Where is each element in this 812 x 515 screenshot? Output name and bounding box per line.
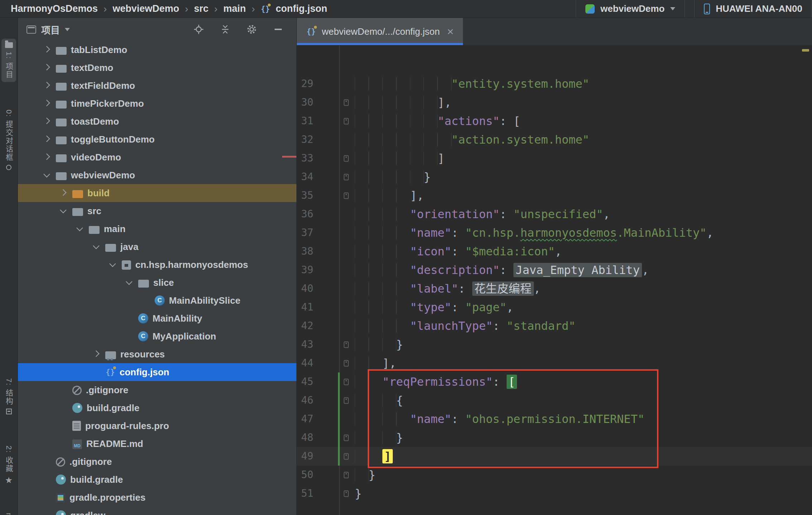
tool-button-structure[interactable]: 7: 结构: [0, 378, 18, 414]
tool-button-commit[interactable]: 0: 提交对话框: [0, 110, 18, 170]
tree-item-tablistdemo[interactable]: tabListDemo: [18, 41, 296, 59]
fold-marker-icon[interactable]: [313, 490, 353, 497]
chevron-collapsed-icon[interactable]: [37, 148, 56, 166]
chevron-collapsed-icon[interactable]: [37, 112, 56, 130]
code-line-42[interactable]: 42 "launchType": "standard": [297, 317, 812, 335]
tree-item-java[interactable]: java: [18, 238, 296, 256]
code-line-45[interactable]: 45 "reqPermissions": [: [297, 372, 812, 391]
chevron-collapsed-icon[interactable]: [37, 77, 56, 95]
tree-item-build-gradle[interactable]: build.gradle: [18, 471, 296, 488]
tool-button-partial[interactable]: nts: [0, 513, 18, 515]
fold-marker-icon[interactable]: [313, 434, 353, 441]
code-line-35[interactable]: 35 ],: [297, 186, 812, 205]
chevron-expanded-icon[interactable]: [103, 256, 122, 274]
code-line-48[interactable]: 48 }: [297, 428, 812, 447]
chevron-down-icon[interactable]: [65, 28, 70, 31]
tree-item-videodemo[interactable]: videoDemo: [18, 148, 296, 166]
code-line-50[interactable]: 50 }: [297, 466, 812, 484]
tree-item-mainabilityslice[interactable]: MainAbilitySlice: [18, 292, 296, 309]
tree-item-mainability[interactable]: MainAbility: [18, 309, 296, 327]
chevron-expanded-icon[interactable]: [54, 202, 72, 220]
fold-marker-icon[interactable]: [313, 360, 353, 367]
code-line-30[interactable]: 30 ],: [297, 93, 812, 112]
tree-item-myapplication[interactable]: MyApplication: [18, 327, 296, 345]
tree-item-gitignore[interactable]: .gitignore: [18, 381, 296, 399]
tree-item-resources[interactable]: resources: [18, 345, 296, 363]
code-line-37[interactable]: 37 "name": "cn.hsp.harmonyosdemos.MainAb…: [297, 223, 812, 242]
device-selector[interactable]: HUAWEI ANA-AN00: [694, 0, 812, 18]
tree-item-build[interactable]: build: [18, 184, 296, 202]
code-line-49[interactable]: 49 ]: [297, 447, 812, 466]
code-line-36[interactable]: 36 "orientation": "unspecified",: [297, 205, 812, 223]
tab-config-json[interactable]: webviewDemo/.../config.json ×: [297, 18, 463, 45]
code-line-38[interactable]: 38 "icon": "$media:icon",: [297, 242, 812, 261]
code-line-39[interactable]: 39 "description": Java_Empty Ability,: [297, 261, 812, 279]
fold-marker-icon[interactable]: [313, 397, 353, 404]
tree-item-src[interactable]: src: [18, 202, 296, 220]
tree-item-build-gradle[interactable]: build.gradle: [18, 399, 296, 417]
code-line-46[interactable]: 46 {: [297, 391, 812, 410]
code-line-33[interactable]: 33 ]: [297, 149, 812, 168]
locate-icon[interactable]: [193, 24, 204, 35]
chevron-collapsed-icon[interactable]: [37, 95, 56, 112]
minimize-icon[interactable]: [273, 24, 284, 35]
tool-button-project[interactable]: 1: 项目: [1, 39, 16, 82]
fold-marker-icon[interactable]: [313, 341, 353, 348]
chevron-collapsed-icon[interactable]: [37, 41, 56, 59]
chevron-expanded-icon[interactable]: [87, 238, 105, 256]
chevron-collapsed-icon[interactable]: [37, 130, 56, 148]
tree-item-readme-md[interactable]: README.md: [18, 435, 296, 453]
fold-marker-icon[interactable]: [313, 174, 353, 181]
chevron-expanded-icon[interactable]: [37, 166, 56, 184]
tree-item-gitignore[interactable]: .gitignore: [18, 453, 296, 471]
tree-item-label: resources: [120, 349, 165, 360]
code-line-34[interactable]: 34 }: [297, 168, 812, 186]
code-line-32[interactable]: 32 "action.system.home": [297, 130, 812, 149]
tree-item-webviewdemo[interactable]: webviewDemo: [18, 166, 296, 184]
tree-item-textfielddemo[interactable]: textFieldDemo: [18, 77, 296, 95]
tree-item-textdemo[interactable]: textDemo: [18, 59, 296, 77]
breadcrumb-item[interactable]: main: [223, 3, 246, 14]
fold-marker-icon[interactable]: [313, 453, 353, 460]
tree-item-togglebuttondemo[interactable]: toggleButtonDemo: [18, 130, 296, 148]
tree-item-slice[interactable]: slice: [18, 274, 296, 292]
breadcrumb-item[interactable]: src: [194, 3, 209, 14]
fold-marker-icon[interactable]: [313, 472, 353, 478]
code-line-47[interactable]: 47 "name": "ohos.permission.INTERNET": [297, 410, 812, 428]
code-line-40[interactable]: 40 "label": 花生皮编程,: [297, 279, 812, 298]
chevron-expanded-icon[interactable]: [70, 220, 89, 238]
code-line-51[interactable]: 51}: [297, 484, 812, 503]
code-line-29[interactable]: 29 "entity.system.home": [297, 74, 812, 93]
fold-marker-icon[interactable]: [313, 379, 353, 385]
chevron-collapsed-icon[interactable]: [87, 345, 105, 363]
code-line-31[interactable]: 31 "actions": [: [297, 112, 812, 130]
tree-item-config-json[interactable]: config.json: [18, 363, 296, 381]
fold-marker-icon[interactable]: [313, 99, 353, 106]
tree-item-toastdemo[interactable]: toastDemo: [18, 112, 296, 130]
tree-item-main[interactable]: main: [18, 220, 296, 238]
gear-icon[interactable]: [246, 24, 257, 35]
collapse-all-icon[interactable]: [220, 24, 231, 35]
code-line-41[interactable]: 41 "type": "page",: [297, 298, 812, 317]
folder-icon: [56, 83, 67, 91]
chevron-collapsed-icon[interactable]: [54, 184, 72, 202]
run-config-selector[interactable]: webviewDemo: [576, 0, 685, 18]
chevron-collapsed-icon[interactable]: [37, 59, 56, 77]
code-line-43[interactable]: 43 }: [297, 335, 812, 354]
code-line-44[interactable]: 44 ],: [297, 354, 812, 372]
tool-button-favorites[interactable]: 2: 收藏★: [0, 446, 18, 485]
close-icon[interactable]: ×: [447, 26, 454, 37]
breadcrumb-item[interactable]: webviewDemo: [112, 3, 179, 14]
fold-marker-icon[interactable]: [313, 192, 353, 199]
editor-body[interactable]: 29 "entity.system.home"30 ],31 "actions"…: [297, 45, 812, 515]
tree-item-cn-hsp-harmonyosdemos[interactable]: cn.hsp.harmonyosdemos: [18, 256, 296, 274]
tree-item-gradlew[interactable]: gradlew: [18, 506, 296, 515]
breadcrumb-item[interactable]: HarmonyOsDemos: [11, 3, 98, 14]
breadcrumb-item[interactable]: config.json: [276, 3, 327, 14]
fold-marker-icon[interactable]: [313, 155, 353, 162]
chevron-expanded-icon[interactable]: [120, 274, 138, 292]
tree-item-timepickerdemo[interactable]: timePickerDemo: [18, 95, 296, 112]
tree-item-proguard-rules-pro[interactable]: proguard-rules.pro: [18, 417, 296, 435]
tree-item-gradle-properties[interactable]: gradle.properties: [18, 488, 296, 506]
fold-marker-icon[interactable]: [313, 118, 353, 125]
